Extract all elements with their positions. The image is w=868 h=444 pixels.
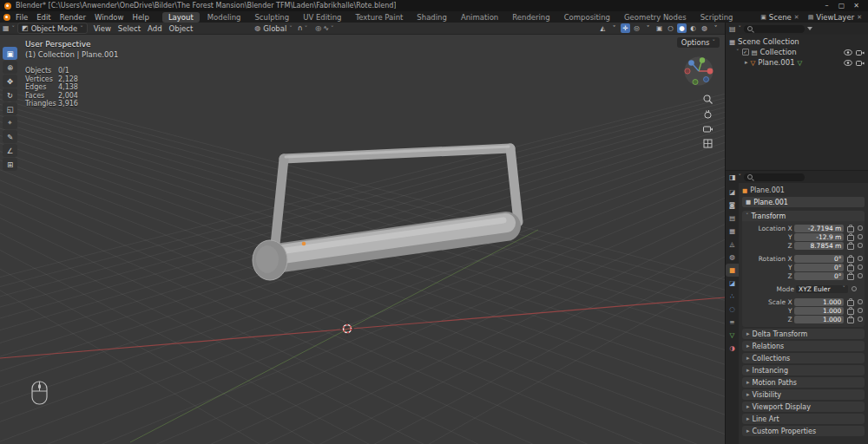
menu-item[interactable]: Edit (32, 13, 55, 22)
animate-dot-icon[interactable] (858, 299, 863, 304)
proportional-edit-group[interactable]: ◎ ∿ ˅ (312, 24, 336, 32)
rotation-mode-select[interactable]: XYZ Euler ˅ (796, 285, 848, 293)
animate-dot-icon[interactable] (858, 317, 863, 322)
animate-dot-icon[interactable] (858, 308, 863, 313)
workspace-tab[interactable]: Animation (455, 12, 504, 23)
tool-move[interactable]: ✥ (3, 75, 17, 88)
value-field[interactable]: 8.7854 m (794, 242, 845, 250)
workspace-tab[interactable]: Modeling (201, 12, 247, 23)
workspace-tab[interactable]: Compositing (558, 12, 616, 23)
tab-constraints[interactable]: ≡ (726, 316, 739, 329)
object-id-block[interactable]: ■ Plane.001 (742, 197, 865, 207)
lock-icon[interactable] (847, 265, 854, 271)
menu-item[interactable]: Window (90, 13, 128, 22)
value-field[interactable]: 0° (794, 255, 845, 263)
scene-selector[interactable]: ▣ Scene ✕ (758, 13, 801, 22)
animate-dot-icon[interactable] (858, 243, 863, 248)
workspace-tab[interactable]: Geometry Nodes (618, 12, 693, 23)
maximize-button[interactable]: ▢ (834, 2, 849, 10)
editor-type-icon[interactable]: ▤ (729, 25, 736, 33)
overlays-dropdown-icon[interactable]: ˅ (643, 23, 653, 33)
panel-section[interactable]: ▸Relations (742, 341, 865, 351)
shading-wireframe-icon[interactable]: ○ (666, 23, 675, 33)
lock-icon[interactable] (847, 300, 854, 306)
visibility-icon[interactable]: ◭ (598, 23, 608, 33)
animate-dot-icon[interactable] (858, 264, 863, 270)
app-menu-icon[interactable] (3, 14, 10, 21)
tab-physics[interactable]: ◌ (726, 303, 739, 316)
mode-select[interactable]: ◩ Object Mode ˅ (17, 23, 88, 34)
viewport-canvas-area[interactable]: ▣⊕✥↻◱⌖✎∠⊞ User Perspective (1) Collectio… (0, 35, 725, 444)
panel-section[interactable]: ▸Custom Properties (742, 426, 865, 436)
collection-checkbox[interactable]: ✓ (742, 49, 749, 56)
viewport-menu-item[interactable]: View (90, 24, 115, 33)
animate-dot-icon[interactable] (858, 225, 863, 231)
expander-icon[interactable]: ▸ (745, 59, 748, 66)
panel-section[interactable]: ▸Delta Transform (742, 329, 865, 339)
shading-solid-icon[interactable]: ● (677, 23, 687, 33)
tab-data[interactable]: ▽ (726, 329, 739, 342)
viewport-menu-item[interactable]: Add (144, 24, 165, 33)
overlays-icon[interactable]: ◎ (632, 23, 641, 33)
workspace-tab[interactable]: Texture Paint (350, 12, 410, 23)
panel-section[interactable]: ▸Collections (742, 353, 865, 363)
workspace-tab[interactable]: Layout (162, 12, 200, 23)
camera-icon[interactable] (856, 49, 865, 56)
gizmo-icon[interactable]: ✛ (621, 23, 630, 33)
lock-icon[interactable] (847, 309, 854, 315)
navigation-gizmo[interactable] (681, 54, 716, 88)
tab-particles[interactable]: ∴ (726, 290, 739, 303)
tool-rotate[interactable]: ↻ (3, 88, 17, 101)
viewport-menu-item[interactable]: Select (115, 24, 144, 33)
value-field[interactable]: 1.000 (794, 316, 845, 323)
workspace-tab[interactable]: Rendering (506, 12, 556, 23)
properties-search-input[interactable] (744, 173, 805, 181)
eye-icon[interactable] (844, 60, 852, 66)
tool-transform[interactable]: ⌖ (3, 116, 17, 129)
tab-world[interactable]: ◍ (726, 251, 739, 264)
menu-item[interactable]: File (11, 13, 32, 22)
lock-icon[interactable] (847, 226, 854, 232)
menu-item[interactable]: Help (128, 13, 153, 22)
panel-section[interactable]: ▸Line Art (742, 414, 865, 424)
lock-icon[interactable] (847, 244, 854, 250)
workspace-tab[interactable]: UV Editing (297, 12, 347, 23)
workspace-tab[interactable]: Shading (411, 12, 453, 23)
tool-add-cube[interactable]: ⊞ (3, 158, 17, 171)
value-field[interactable]: -2.7194 m (794, 225, 845, 232)
animate-dot-icon[interactable] (858, 273, 863, 278)
pan-hand-icon[interactable] (702, 108, 713, 120)
animate-dot-icon[interactable] (858, 256, 863, 261)
camera-view-icon[interactable] (702, 123, 713, 134)
transform-panel-header[interactable]: ˅ Transform (742, 211, 865, 221)
options-button[interactable]: Options ˅ (677, 37, 720, 48)
lock-icon[interactable] (847, 257, 854, 263)
workspace-tab[interactable]: Sculpting (248, 12, 295, 23)
tool-select-box[interactable]: ▣ (3, 47, 17, 60)
lock-icon[interactable] (847, 274, 854, 280)
panel-section[interactable]: ▸Viewport Display (742, 402, 865, 412)
editor-type-dropdown-icon[interactable]: ˅ (12, 25, 16, 32)
viewlayer-selector[interactable]: ▤ ViewLayer ✕ (806, 13, 865, 22)
tool-annotate[interactable]: ✎ (3, 130, 17, 143)
tool-scale[interactable]: ◱ (3, 102, 17, 115)
transform-orientation[interactable]: ◍ Global ˅ (254, 24, 293, 33)
tab-object[interactable]: ■ (726, 264, 739, 277)
filter-icon[interactable] (807, 27, 812, 30)
chevron-down-icon[interactable]: ˅ (739, 25, 742, 32)
zoom-icon[interactable] (702, 94, 713, 105)
tab-scene[interactable]: ◬ (726, 238, 739, 251)
shading-dropdown-icon[interactable]: ˅ (711, 23, 720, 33)
editor-type-icon[interactable]: ◨ (729, 173, 736, 181)
snap-group[interactable]: ∩ ˅ (295, 24, 310, 32)
panel-section[interactable]: ▸Visibility (742, 389, 865, 400)
tab-render[interactable]: ◙ (726, 199, 739, 212)
outliner-row-scene-collection[interactable]: ▦ Scene Collection (726, 36, 868, 47)
animate-dot-icon[interactable] (852, 286, 857, 291)
outliner-row-collection[interactable]: ˅ ✓ ▤ Collection (726, 47, 868, 57)
tab-material[interactable]: ◑ (726, 342, 739, 355)
value-field[interactable]: 1.000 (794, 307, 845, 315)
viewport-menu-item[interactable]: Object (166, 24, 197, 33)
expander-icon[interactable]: ˅ (736, 49, 740, 56)
tab-view-layer[interactable]: ▦ (726, 225, 739, 238)
